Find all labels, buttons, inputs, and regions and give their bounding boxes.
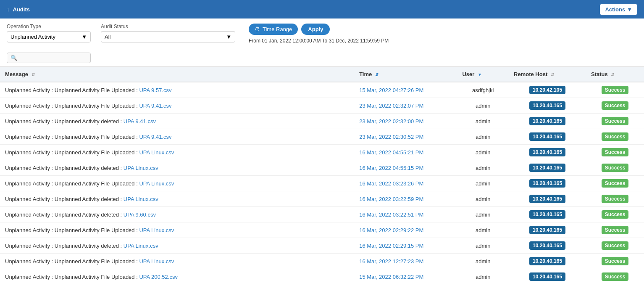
- cell-remote-host: 10.20.40.165: [509, 207, 586, 222]
- cell-status: Success: [586, 82, 644, 98]
- col-header-message[interactable]: Message ⇵: [0, 67, 354, 82]
- chevron-down-icon: ▼: [226, 34, 231, 40]
- host-badge: 10.20.40.165: [529, 210, 565, 219]
- cell-remote-host: 10.20.40.165: [509, 238, 586, 254]
- cell-user: admin: [457, 254, 509, 269]
- cell-message: Unplanned Activity : Unplanned Activity …: [0, 145, 354, 160]
- clock-icon: ⏱: [255, 26, 260, 32]
- host-badge: 10.20.40.165: [529, 272, 565, 281]
- cell-status: Success: [586, 176, 644, 191]
- apply-label: Apply: [308, 26, 323, 32]
- status-badge: Success: [602, 86, 629, 94]
- cell-user: admin: [457, 191, 509, 207]
- cell-time: 16 Mar, 2022 03:23:26 PM: [354, 176, 457, 191]
- sort-icon-time: ⇵: [375, 72, 379, 77]
- search-icon: 🔍: [11, 55, 17, 61]
- cell-user: admin: [457, 114, 509, 129]
- cell-remote-host: 10.20.40.165: [509, 129, 586, 145]
- time-range-button[interactable]: ⏱ Time Range: [249, 24, 298, 35]
- table-row: Unplanned Activity : Unplanned Activity …: [0, 191, 644, 207]
- host-badge: 10.20.40.165: [529, 195, 565, 203]
- audit-status-value: All: [105, 34, 110, 40]
- sort-icon-status: ⇵: [611, 72, 614, 77]
- audit-table-wrapper: Message ⇵ Time ⇵ User ▼ Remote Host ⇵ St…: [0, 67, 644, 283]
- cell-message: Unplanned Activity : Unplanned Activity …: [0, 222, 354, 238]
- cell-remote-host: 10.20.40.165: [509, 98, 586, 114]
- status-col-label: Status: [591, 71, 608, 77]
- cell-time: 16 Mar, 2022 12:27:23 PM: [354, 254, 457, 269]
- audit-status-select[interactable]: All ▼: [101, 31, 235, 42]
- table-row: Unplanned Activity : Unplanned Activity …: [0, 222, 644, 238]
- cell-time: 16 Mar, 2022 04:55:15 PM: [354, 160, 457, 176]
- table-row: Unplanned Activity : Unplanned Activity …: [0, 145, 644, 160]
- cell-time: 23 Mar, 2022 02:30:52 PM: [354, 129, 457, 145]
- apply-button[interactable]: Apply: [301, 24, 330, 35]
- host-badge: 10.20.40.165: [529, 117, 565, 125]
- status-badge: Success: [602, 179, 629, 188]
- cell-remote-host: 10.20.40.165: [509, 269, 586, 283]
- cell-message: Unplanned Activity : Unplanned Activity …: [0, 191, 354, 207]
- status-badge: Success: [602, 272, 629, 281]
- sort-icon-host: ⇵: [551, 72, 554, 77]
- cell-status: Success: [586, 145, 644, 160]
- host-badge: 10.20.40.165: [529, 179, 565, 188]
- status-badge: Success: [602, 101, 629, 110]
- audit-status-filter: Audit Status All ▼: [101, 24, 235, 42]
- time-range-row: ⏱ Time Range Apply: [249, 24, 389, 35]
- cell-user: asdfghjkl: [457, 82, 509, 98]
- cell-message: Unplanned Activity : Unplanned Activity …: [0, 207, 354, 222]
- header-title: ↑ Audits: [7, 6, 30, 13]
- operation-type-value: Unplanned Activity: [11, 34, 55, 40]
- cell-remote-host: 10.20.42.105: [509, 82, 586, 98]
- actions-button[interactable]: Actions ▼: [600, 4, 637, 15]
- chevron-down-icon: ▼: [81, 34, 87, 40]
- table-header: Message ⇵ Time ⇵ User ▼ Remote Host ⇵ St…: [0, 67, 644, 82]
- col-header-remote-host[interactable]: Remote Host ⇵: [509, 67, 586, 82]
- col-header-time[interactable]: Time ⇵: [354, 67, 457, 82]
- cell-user: admin: [457, 160, 509, 176]
- host-badge: 10.20.40.165: [529, 241, 565, 250]
- cell-remote-host: 10.20.40.165: [509, 176, 586, 191]
- table-row: Unplanned Activity : Unplanned Activity …: [0, 160, 644, 176]
- cell-user: admin: [457, 222, 509, 238]
- cell-remote-host: 10.20.40.165: [509, 145, 586, 160]
- cell-status: Success: [586, 114, 644, 129]
- user-col-label: User: [462, 71, 474, 77]
- status-badge: Success: [602, 148, 629, 156]
- table-row: Unplanned Activity : Unplanned Activity …: [0, 176, 644, 191]
- operation-type-select[interactable]: Unplanned Activity ▼: [7, 31, 91, 42]
- cell-time: 23 Mar, 2022 02:32:07 PM: [354, 98, 457, 114]
- time-range-section: ⏱ Time Range Apply From 01 Jan, 2022 12:…: [249, 24, 389, 44]
- col-header-status[interactable]: Status ⇵: [586, 67, 644, 82]
- cell-user: admin: [457, 145, 509, 160]
- cell-user: admin: [457, 238, 509, 254]
- cell-time: 16 Mar, 2022 03:22:51 PM: [354, 207, 457, 222]
- actions-label: Actions: [605, 6, 625, 13]
- audits-icon: ↑: [7, 6, 10, 13]
- search-input[interactable]: [19, 55, 87, 61]
- host-badge: 10.20.40.165: [529, 226, 565, 234]
- cell-time: 15 Mar, 2022 04:27:26 PM: [354, 82, 457, 98]
- cell-user: admin: [457, 207, 509, 222]
- cell-message: Unplanned Activity : Unplanned Activity …: [0, 176, 354, 191]
- cell-user: admin: [457, 269, 509, 283]
- header-title-text: Audits: [13, 6, 30, 13]
- cell-message: Unplanned Activity : Unplanned Activity …: [0, 129, 354, 145]
- cell-user: admin: [457, 98, 509, 114]
- audit-table: Message ⇵ Time ⇵ User ▼ Remote Host ⇵ St…: [0, 67, 644, 283]
- cell-status: Success: [586, 160, 644, 176]
- cell-message: Unplanned Activity : Unplanned Activity …: [0, 98, 354, 114]
- col-header-user[interactable]: User ▼: [457, 67, 509, 82]
- cell-status: Success: [586, 98, 644, 114]
- cell-status: Success: [586, 238, 644, 254]
- cell-time: 23 Mar, 2022 02:32:00 PM: [354, 114, 457, 129]
- table-row: Unplanned Activity : Unplanned Activity …: [0, 82, 644, 98]
- operation-type-label: Operation Type: [7, 24, 91, 29]
- status-badge: Success: [602, 226, 629, 234]
- sort-icon-user: ▼: [478, 72, 482, 77]
- cell-time: 16 Mar, 2022 02:29:22 PM: [354, 222, 457, 238]
- table-row: Unplanned Activity : Unplanned Activity …: [0, 98, 644, 114]
- status-badge: Success: [602, 164, 629, 172]
- status-badge: Success: [602, 132, 629, 141]
- cell-time: 16 Mar, 2022 02:29:15 PM: [354, 238, 457, 254]
